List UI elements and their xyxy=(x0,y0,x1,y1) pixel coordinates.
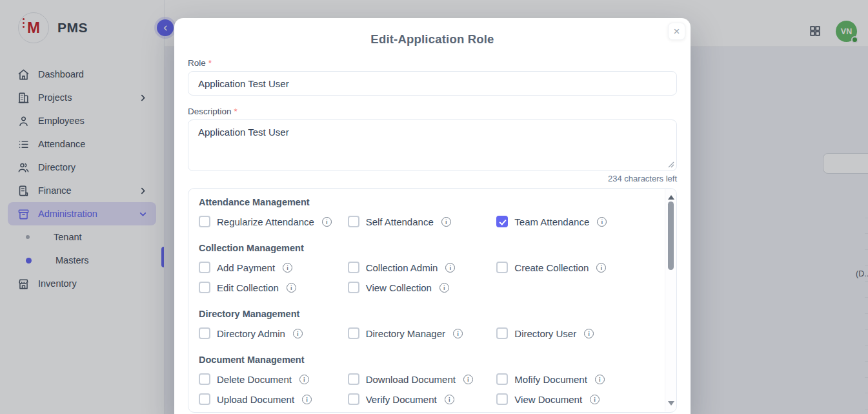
scroll-down-arrow-icon[interactable] xyxy=(668,401,674,406)
permission-option: Upload Documenti xyxy=(199,393,348,405)
checkbox[interactable] xyxy=(496,373,508,385)
info-icon[interactable]: i xyxy=(463,375,473,384)
info-icon[interactable]: i xyxy=(590,395,600,404)
checked-checkbox[interactable] xyxy=(496,216,508,227)
checkbox[interactable] xyxy=(199,393,210,405)
scroll-up-arrow-icon[interactable] xyxy=(668,195,674,200)
info-icon[interactable]: i xyxy=(293,329,303,338)
checkbox[interactable] xyxy=(199,216,210,227)
permission-option: Verify Documenti xyxy=(348,393,497,405)
checkbox[interactable] xyxy=(496,262,508,273)
permission-option: Add Paymenti xyxy=(199,262,348,273)
characters-left-counter: 234 characters left xyxy=(188,174,677,183)
checkbox[interactable] xyxy=(199,262,210,273)
permission-option: Directory Admini xyxy=(199,327,348,339)
scrollbar-thumb[interactable] xyxy=(668,202,674,270)
permission-label: Collection Admin xyxy=(366,262,438,273)
permission-option: Directory Useri xyxy=(496,327,645,339)
permission-label: View Document xyxy=(514,394,582,405)
role-label: Role* xyxy=(188,58,677,67)
permission-option: Self Attendancei xyxy=(348,216,497,227)
description-label: Description* xyxy=(188,107,677,116)
permission-option: Team Attendancei xyxy=(496,216,645,227)
permission-option: View Documenti xyxy=(496,393,645,405)
checkbox[interactable] xyxy=(348,373,359,385)
checkbox[interactable] xyxy=(199,282,210,293)
required-asterisk: * xyxy=(234,107,237,116)
checkbox[interactable] xyxy=(348,262,359,273)
permission-section: Collection ManagementAdd PaymentiCollect… xyxy=(199,243,645,293)
info-icon[interactable]: i xyxy=(584,329,594,338)
permission-option: Collection Admini xyxy=(348,262,497,273)
role-input[interactable] xyxy=(188,71,677,96)
info-icon[interactable]: i xyxy=(287,283,296,293)
permission-option: View Collectioni xyxy=(348,282,497,293)
edit-application-role-dialog: Edit-Application Role × Role* Descriptio… xyxy=(174,18,691,414)
permission-option: Edit Collectioni xyxy=(199,282,348,293)
checkbox[interactable] xyxy=(348,216,359,227)
info-icon[interactable]: i xyxy=(283,263,292,273)
info-icon[interactable]: i xyxy=(445,395,454,404)
permission-label: Delete Document xyxy=(217,374,292,385)
permission-section-title: Document Management xyxy=(199,355,645,365)
checkbox[interactable] xyxy=(348,327,359,339)
permission-label: Verify Document xyxy=(366,394,437,405)
permission-label: Upload Document xyxy=(217,394,294,405)
resize-grip-icon[interactable] xyxy=(668,161,674,168)
info-icon[interactable]: i xyxy=(597,217,607,227)
panel-scrollbar[interactable] xyxy=(665,189,676,411)
permission-section: Attendance ManagementRegularize Attendan… xyxy=(199,197,645,227)
permission-label: View Collection xyxy=(366,282,432,293)
description-textarea[interactable]: Application Test User xyxy=(188,119,677,171)
info-icon[interactable]: i xyxy=(299,375,309,384)
permission-section-title: Attendance Management xyxy=(199,197,645,207)
permission-option: Delete Documenti xyxy=(199,373,348,385)
permissions-panel: Attendance ManagementRegularize Attendan… xyxy=(188,188,677,413)
permission-section-title: Directory Management xyxy=(199,309,645,319)
info-icon[interactable]: i xyxy=(302,395,312,404)
info-icon[interactable]: i xyxy=(322,217,332,227)
checkbox[interactable] xyxy=(348,282,359,293)
permission-option: Create Collectioni xyxy=(496,262,645,273)
info-icon[interactable]: i xyxy=(445,263,455,273)
close-icon: × xyxy=(674,26,680,37)
permission-section-title: Collection Management xyxy=(199,243,645,253)
permission-section: Document ManagementDelete DocumentiDownl… xyxy=(199,355,645,405)
close-button[interactable]: × xyxy=(668,23,685,40)
checkbox[interactable] xyxy=(348,393,359,405)
permission-label: Self Attendance xyxy=(366,216,434,227)
permission-label: Regularize Attendance xyxy=(217,216,314,227)
permission-label: Add Payment xyxy=(217,262,275,273)
permission-label: Create Collection xyxy=(514,262,589,273)
permission-option: Directory Manageri xyxy=(348,327,497,339)
info-icon[interactable]: i xyxy=(439,283,449,293)
dialog-title: Edit-Application Role xyxy=(188,18,677,47)
required-asterisk: * xyxy=(208,58,212,68)
permission-label: Download Document xyxy=(366,374,456,385)
info-icon[interactable]: i xyxy=(441,217,451,227)
info-icon[interactable]: i xyxy=(596,263,606,273)
checkbox[interactable] xyxy=(496,393,508,405)
permission-label: Team Attendance xyxy=(514,216,589,227)
permission-option: Mofify Documenti xyxy=(496,373,645,385)
info-icon[interactable]: i xyxy=(453,329,463,338)
permission-label: Directory Manager xyxy=(366,328,445,339)
checkbox[interactable] xyxy=(496,327,508,339)
permission-label: Directory User xyxy=(514,328,576,339)
checkbox[interactable] xyxy=(199,373,210,385)
permission-label: Mofify Document xyxy=(514,374,587,385)
permission-option: Download Documenti xyxy=(348,373,497,385)
permission-section: Directory ManagementDirectory AdminiDire… xyxy=(199,309,645,339)
permission-label: Edit Collection xyxy=(217,282,279,293)
permission-option: Regularize Attendancei xyxy=(199,216,348,227)
permission-label: Directory Admin xyxy=(217,328,285,339)
info-icon[interactable]: i xyxy=(595,375,605,384)
checkbox[interactable] xyxy=(199,327,210,339)
